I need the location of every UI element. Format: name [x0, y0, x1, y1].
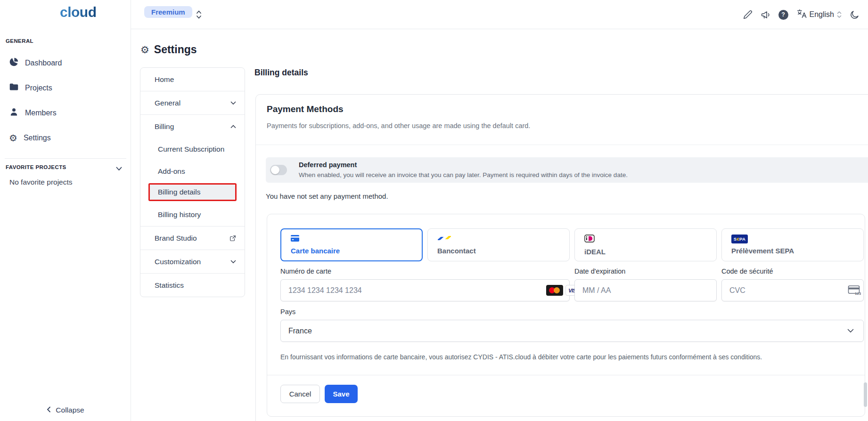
country-select[interactable]: France [280, 320, 864, 342]
toggle-knob [271, 166, 279, 174]
nav-label: Statistics [155, 281, 184, 290]
external-link-icon [229, 235, 236, 242]
cvc-card-icon: 123 [848, 285, 861, 297]
payment-method-carte-bancaire[interactable]: Carte bancaire [280, 228, 423, 261]
collapse-sidebar-button[interactable]: Collapse [0, 406, 131, 414]
translate-icon [796, 8, 807, 21]
nav-label: Brand Studio [155, 234, 197, 243]
scrollbar-thumb[interactable] [864, 382, 867, 407]
nav-label: General [155, 99, 180, 107]
nav-item-current-subscription[interactable]: Current Subscription [140, 138, 245, 161]
nav-label: Billing [155, 122, 174, 131]
section-subtitle: Payments for subscriptions, add-ons, and… [267, 122, 530, 130]
divider [256, 145, 868, 145]
gear-icon: ⚙ [140, 45, 149, 55]
nav-item-customization[interactable]: Customization [140, 250, 245, 273]
svg-text:123: 123 [855, 291, 861, 295]
nav-label: Current Subscription [158, 145, 224, 154]
dark-mode-icon[interactable] [850, 10, 860, 20]
settings-nav: Home General Billing Current Subscriptio… [140, 67, 245, 297]
payment-methods-card: Payment Methods Payments for subscriptio… [255, 94, 868, 421]
payment-method-ideal[interactable]: iDEAL [574, 228, 717, 261]
payment-method-bancontact[interactable]: Bancontact [427, 228, 570, 261]
cancel-button[interactable]: Cancel [280, 385, 320, 403]
sidebar-section-general: GENERAL [6, 38, 33, 44]
nav-label: Add-ons [158, 167, 185, 176]
save-button[interactable]: Save [325, 385, 358, 403]
nav-item-brand-studio[interactable]: Brand Studio [140, 227, 245, 250]
sepa-logo-icon: S€PA [731, 235, 748, 243]
annotation-highlight-box: Billing details [148, 183, 237, 201]
card-number-input[interactable] [280, 279, 570, 301]
nav-label: Home [155, 75, 174, 84]
plan-selector-icon[interactable] [196, 10, 202, 21]
sidebar-item-label: Members [25, 109, 57, 117]
method-label: iDEAL [584, 248, 716, 256]
cvc-input[interactable] [721, 279, 864, 301]
language-switcher[interactable]: English [796, 8, 842, 21]
nav-item-statistics[interactable]: Statistics [140, 274, 245, 297]
chevron-down-icon [230, 101, 236, 105]
chevron-left-icon [47, 406, 51, 414]
nav-item-general[interactable]: General [140, 91, 245, 114]
chevron-up-icon [230, 125, 236, 129]
language-label: English [810, 10, 834, 19]
method-label: Bancontact [437, 247, 569, 255]
app-logo[interactable]: cloud [60, 4, 97, 20]
country-label: Pays [280, 308, 295, 316]
payment-form: Carte bancaire Bancontact iDEAL S€PA Pré… [267, 214, 865, 417]
divider [267, 375, 865, 375]
legal-text: En fournissant vos informations de carte… [280, 353, 852, 361]
favorites-empty-text: No favorite projects [9, 178, 73, 186]
deferred-payment-title: Deferred payment [299, 161, 357, 169]
card-number-label: Numéro de carte [280, 267, 331, 275]
sidebar-divider [5, 158, 126, 159]
topbar: Freemium ? English [131, 0, 868, 29]
nav-label: Billing history [158, 210, 201, 219]
mastercard-icon [546, 285, 563, 296]
nav-item-add-ons[interactable]: Add-ons [140, 161, 245, 182]
ideal-logo-icon [584, 236, 595, 244]
deferred-payment-description: When enabled, you will receive an invoic… [299, 171, 628, 178]
chevron-down-icon [230, 260, 236, 264]
sidebar-item-label: Dashboard [25, 59, 62, 67]
sidebar-item-settings[interactable]: ⚙ Settings [0, 125, 131, 150]
pie-chart-icon [9, 57, 19, 69]
sidebar-item-label: Settings [24, 134, 51, 142]
sidebar: cloud GENERAL Dashboard Projects Members… [0, 0, 131, 421]
page-title-text: Settings [154, 43, 197, 56]
sidebar-item-dashboard[interactable]: Dashboard [0, 50, 131, 75]
expiry-label: Date d'expiration [574, 267, 625, 275]
nav-item-billing-history[interactable]: Billing history [140, 203, 245, 226]
selector-caret-icon [837, 11, 842, 18]
nav-item-home[interactable]: Home [140, 68, 245, 91]
empty-payment-method-text: You have not set any payment method. [266, 192, 388, 200]
deferred-payment-banner: Deferred payment When enabled, you will … [266, 157, 868, 183]
nav-item-billing-details-active[interactable]: Billing details [150, 185, 235, 200]
nav-label: Billing details [158, 188, 200, 196]
collapse-label: Collapse [56, 406, 84, 414]
megaphone-icon[interactable] [761, 10, 770, 20]
gear-icon: ⚙ [9, 133, 17, 143]
chevron-down-icon [847, 329, 854, 333]
nav-item-billing[interactable]: Billing [140, 115, 245, 138]
edit-icon[interactable] [743, 10, 753, 19]
bancontact-logo-icon [437, 235, 451, 243]
cvc-label: Code de sécurité [721, 267, 773, 275]
sidebar-section-favorites: FAVORITE PROJECTS [6, 164, 66, 170]
method-label: Carte bancaire [291, 247, 422, 255]
sidebar-item-members[interactable]: Members [0, 100, 131, 125]
billing-details-heading: Billing details [254, 68, 308, 78]
nav-label: Customization [155, 258, 201, 266]
country-value: France [288, 327, 312, 335]
chevron-down-icon[interactable] [116, 164, 122, 173]
help-icon[interactable]: ? [778, 10, 788, 20]
section-title: Payment Methods [267, 104, 344, 114]
sidebar-item-projects[interactable]: Projects [0, 75, 131, 100]
sidebar-item-label: Projects [25, 84, 52, 92]
deferred-payment-toggle[interactable] [270, 165, 287, 175]
expiry-input[interactable] [574, 279, 717, 301]
payment-method-sepa[interactable]: S€PA Prélèvement SEPA [721, 228, 864, 261]
page-title: ⚙ Settings [140, 43, 197, 56]
plan-badge[interactable]: Freemium [144, 6, 192, 18]
